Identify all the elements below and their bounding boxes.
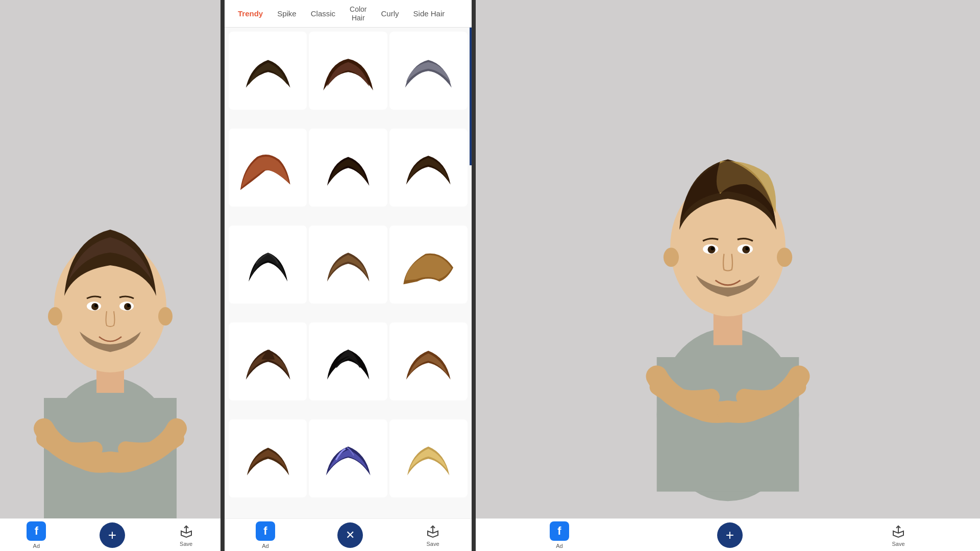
- tab-spike[interactable]: Spike: [272, 6, 302, 21]
- hair-style-5[interactable]: [309, 129, 387, 207]
- hair-svg-6: [395, 135, 461, 201]
- svg-rect-15: [657, 357, 799, 492]
- hair-svg-10: [235, 329, 301, 395]
- hair-svg-7: [235, 232, 301, 298]
- hair-style-11[interactable]: [309, 322, 387, 400]
- left-save-icon[interactable]: [179, 523, 194, 539]
- center-ad-button[interactable]: f Ad: [256, 521, 275, 549]
- center-close-icon[interactable]: ✕: [337, 522, 363, 548]
- hair-style-13[interactable]: [229, 419, 307, 497]
- center-save-icon[interactable]: [425, 523, 440, 539]
- hair-svg-2: [315, 38, 381, 104]
- left-person-image: [13, 102, 207, 520]
- right-save-icon[interactable]: [891, 523, 906, 539]
- left-bottom-bar: f Ad + Save: [0, 518, 220, 551]
- right-add-button[interactable]: +: [717, 522, 743, 548]
- center-save-label: Save: [426, 541, 439, 547]
- tab-side-hair[interactable]: Side Hair: [408, 6, 450, 21]
- svg-point-12: [127, 304, 130, 307]
- hair-svg-12: [395, 329, 461, 395]
- right-panel: f Ad + Save: [476, 0, 980, 551]
- tab-trendy[interactable]: Trendy: [233, 6, 268, 21]
- left-ad-button[interactable]: f Ad: [27, 521, 46, 549]
- hair-svg-1: [235, 38, 301, 104]
- svg-point-6: [158, 307, 173, 325]
- center-panel: Trendy Spike Classic ColorHair Curly Sid…: [220, 0, 476, 551]
- hair-style-6[interactable]: [389, 129, 468, 207]
- svg-point-11: [94, 304, 97, 307]
- hair-svg-5: [315, 135, 381, 201]
- right-facebook-icon[interactable]: f: [550, 521, 569, 541]
- hair-style-9[interactable]: [389, 226, 468, 304]
- right-save-button[interactable]: Save: [891, 523, 906, 547]
- right-ad-button[interactable]: f Ad: [550, 521, 569, 549]
- hair-style-14[interactable]: [309, 419, 387, 497]
- hair-style-12[interactable]: [389, 322, 468, 400]
- tab-curly[interactable]: Curly: [376, 6, 404, 21]
- left-add-icon[interactable]: +: [100, 522, 125, 548]
- hair-svg-15: [395, 425, 461, 492]
- hair-style-3[interactable]: [389, 32, 468, 110]
- hair-svg-13: [235, 425, 301, 492]
- svg-point-18: [664, 247, 679, 267]
- right-person-image: [618, 31, 838, 520]
- hair-style-4[interactable]: [229, 129, 307, 207]
- hair-svg-11: [315, 329, 381, 395]
- tab-color-hair[interactable]: ColorHair: [345, 2, 372, 26]
- left-save-label: Save: [180, 541, 192, 547]
- left-add-button[interactable]: +: [100, 522, 125, 548]
- right-ad-label: Ad: [556, 543, 562, 549]
- svg-point-24: [711, 247, 715, 251]
- hair-style-7[interactable]: [229, 226, 307, 304]
- left-panel: f Ad + Save: [0, 0, 220, 551]
- hair-style-8[interactable]: [309, 226, 387, 304]
- svg-point-5: [48, 307, 62, 325]
- right-save-label: Save: [892, 541, 904, 547]
- hair-svg-3: [395, 38, 461, 104]
- hair-style-15[interactable]: [389, 419, 468, 497]
- hair-svg-9: [395, 232, 461, 298]
- hair-style-1[interactable]: [229, 32, 307, 110]
- center-facebook-icon[interactable]: f: [256, 521, 275, 541]
- tab-classic[interactable]: Classic: [306, 6, 340, 21]
- center-bottom-bar: f Ad ✕ Save: [225, 518, 472, 551]
- scroll-indicator: [470, 28, 472, 165]
- center-save-button[interactable]: Save: [425, 523, 440, 547]
- right-add-icon[interactable]: +: [717, 522, 743, 548]
- hair-style-2[interactable]: [309, 32, 387, 110]
- hair-svg-14: [315, 425, 381, 492]
- hair-grid: [225, 28, 472, 518]
- hair-svg-8: [315, 232, 381, 298]
- svg-point-19: [777, 247, 792, 267]
- left-save-button[interactable]: Save: [179, 523, 194, 547]
- hair-svg-4: [235, 135, 301, 201]
- center-close-button[interactable]: ✕: [337, 522, 363, 548]
- hair-style-10[interactable]: [229, 322, 307, 400]
- right-bottom-bar: f Ad + Save: [476, 518, 980, 551]
- left-facebook-icon[interactable]: f: [27, 521, 46, 541]
- center-ad-label: Ad: [262, 543, 268, 549]
- tab-bar: Trendy Spike Classic ColorHair Curly Sid…: [225, 0, 472, 28]
- left-ad-label: Ad: [33, 543, 40, 549]
- svg-point-25: [745, 247, 749, 251]
